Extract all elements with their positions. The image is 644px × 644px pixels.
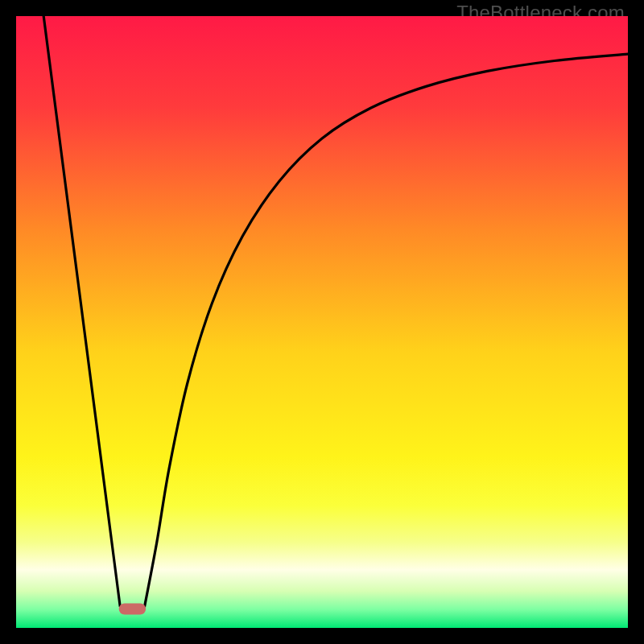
chart-frame	[16, 16, 628, 628]
bottleneck-chart	[16, 16, 628, 628]
bottleneck-marker	[119, 603, 146, 614]
chart-background	[16, 16, 628, 628]
